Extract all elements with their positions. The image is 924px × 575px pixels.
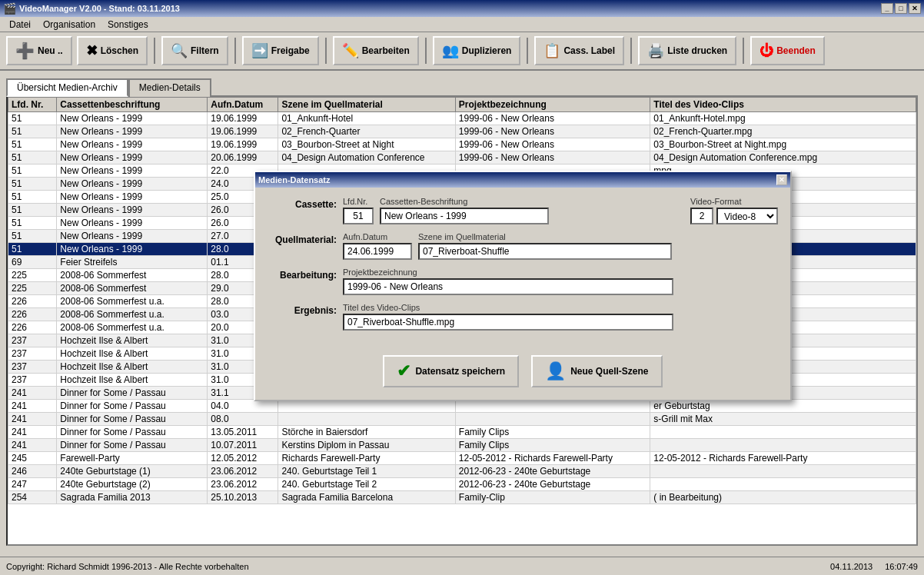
cass-label-icon: 📋 bbox=[543, 42, 560, 59]
quit-button[interactable]: ⏻ Beenden bbox=[750, 36, 825, 65]
toolbar-sep-3 bbox=[325, 38, 327, 64]
quit-icon: ⏻ bbox=[759, 43, 773, 59]
aufn-datum-input[interactable] bbox=[343, 243, 412, 260]
menu-organisation[interactable]: Organisation bbox=[37, 18, 101, 32]
print-button[interactable]: 🖨️ Liste drucken bbox=[638, 36, 736, 65]
lfd-nr-group: Lfd.Nr. bbox=[343, 197, 374, 224]
new-icon: ➕ bbox=[15, 42, 35, 60]
edit-icon: ✏️ bbox=[342, 42, 359, 59]
title-bar: 🎬 VideoManager V2.00 - Stand: 03.11.2013… bbox=[0, 0, 924, 17]
save-record-button[interactable]: ✔ Datensatz speichern bbox=[383, 355, 519, 387]
toolbar-sep-1 bbox=[154, 38, 155, 64]
app-title: VideoManager V2.00 - Stand: 03.11.2013 bbox=[19, 4, 180, 13]
dialog-title-bar: Medien-Datensatz ✕ bbox=[255, 172, 790, 188]
lfd-nr-input[interactable] bbox=[343, 208, 374, 224]
cassetten-group: Cassetten-Beschriftung bbox=[380, 197, 684, 224]
app-icon: 🎬 bbox=[3, 2, 16, 15]
title-bar-left: 🎬 VideoManager V2.00 - Stand: 03.11.2013 bbox=[3, 2, 180, 15]
menu-sonstiges[interactable]: Sonstiges bbox=[101, 18, 155, 32]
cassetten-input[interactable] bbox=[380, 208, 549, 224]
cassette-label: Cassette: bbox=[268, 197, 337, 210]
media-dialog: Medien-Datensatz ✕ Cassette: Lfd.Nr. Cas… bbox=[254, 171, 792, 401]
modal-overlay: Medien-Datensatz ✕ Cassette: Lfd.Nr. Cas… bbox=[0, 71, 924, 575]
cassette-row: Cassette: Lfd.Nr. Cassetten-Beschriftung… bbox=[268, 197, 778, 224]
filter-button[interactable]: 🔍 Filtern bbox=[161, 36, 228, 65]
toolbar-sep-6 bbox=[630, 38, 632, 64]
quellmaterial-fields: Aufn.Datum Szene im Quellmaterial bbox=[343, 232, 778, 260]
print-icon: 🖨️ bbox=[647, 42, 664, 59]
toolbar-sep-2 bbox=[234, 38, 236, 64]
filter-icon: 🔍 bbox=[171, 42, 188, 59]
szene-label: Szene im Quellmaterial bbox=[418, 232, 778, 241]
quellmaterial-label: Quellmaterial: bbox=[268, 232, 337, 245]
titel-input[interactable] bbox=[343, 314, 673, 331]
maximize-button[interactable]: □ bbox=[895, 3, 907, 14]
duplicate-button[interactable]: 👥 Duplizieren bbox=[433, 36, 521, 65]
video-format-label: Video-Format bbox=[690, 197, 778, 206]
aufn-datum-group: Aufn.Datum bbox=[343, 232, 412, 260]
video-format-num[interactable] bbox=[690, 208, 713, 224]
dialog-body: Cassette: Lfd.Nr. Cassetten-Beschriftung… bbox=[255, 188, 790, 347]
new-scene-button[interactable]: 👤 Neue Quell-Szene bbox=[531, 355, 662, 387]
projektbezeichnung-input[interactable] bbox=[343, 278, 673, 295]
ergebnis-row: Ergebnis: Titel des Video-Clips bbox=[268, 303, 778, 331]
new-scene-icon: 👤 bbox=[545, 361, 566, 381]
toolbar-sep-4 bbox=[425, 38, 427, 64]
ergebnis-fields: Titel des Video-Clips bbox=[343, 303, 778, 331]
new-button[interactable]: ➕ Neu .. bbox=[6, 36, 72, 65]
projektbezeichnung-group: Projektbezeichnung bbox=[343, 268, 778, 295]
szene-input[interactable] bbox=[418, 243, 672, 260]
titel-label: Titel des Video-Clips bbox=[343, 303, 778, 312]
bearbeitung-label: Bearbeitung: bbox=[268, 268, 337, 281]
duplicate-icon: 👥 bbox=[442, 42, 459, 59]
dialog-close-button[interactable]: ✕ bbox=[776, 174, 787, 185]
video-format-group: Video-Format Video-8 Hi8 MiniDV VHS bbox=[690, 197, 778, 224]
bearbeitung-row: Bearbeitung: Projektbezeichnung bbox=[268, 268, 778, 295]
close-button[interactable]: ✕ bbox=[909, 3, 921, 14]
title-bar-controls: _ □ ✕ bbox=[881, 3, 921, 14]
aufn-datum-label: Aufn.Datum bbox=[343, 232, 412, 241]
projektbezeichnung-label: Projektbezeichnung bbox=[343, 268, 778, 277]
toolbar-sep-7 bbox=[743, 38, 744, 64]
titel-group: Titel des Video-Clips bbox=[343, 303, 778, 331]
bearbeitung-fields: Projektbezeichnung bbox=[343, 268, 778, 295]
cass-label-button[interactable]: 📋 Cass. Label bbox=[534, 36, 624, 65]
szene-group: Szene im Quellmaterial bbox=[418, 232, 778, 260]
delete-icon: ✖ bbox=[86, 42, 98, 59]
menu-bar: Datei Organisation Sonstiges bbox=[0, 17, 924, 32]
video-format-select[interactable]: Video-8 Hi8 MiniDV VHS bbox=[716, 208, 778, 224]
save-icon: ✔ bbox=[397, 361, 410, 381]
release-icon: ➡️ bbox=[251, 42, 268, 59]
toolbar-sep-5 bbox=[527, 38, 528, 64]
dialog-title: Medien-Datensatz bbox=[258, 175, 331, 184]
quellmaterial-row: Quellmaterial: Aufn.Datum Szene im Quell… bbox=[268, 232, 778, 260]
delete-button[interactable]: ✖ Löschen bbox=[77, 36, 148, 65]
cassetten-label: Cassetten-Beschriftung bbox=[380, 197, 684, 206]
release-button[interactable]: ➡️ Freigabe bbox=[242, 36, 319, 65]
dialog-buttons: ✔ Datensatz speichern 👤 Neue Quell-Szene bbox=[255, 347, 790, 400]
toolbar: ➕ Neu .. ✖ Löschen 🔍 Filtern ➡️ Freigabe… bbox=[0, 32, 924, 71]
menu-datei[interactable]: Datei bbox=[3, 18, 37, 32]
lfd-nr-label: Lfd.Nr. bbox=[343, 197, 374, 206]
cassette-fields: Lfd.Nr. Cassetten-Beschriftung Video-For… bbox=[343, 197, 778, 224]
minimize-button[interactable]: _ bbox=[881, 3, 893, 14]
edit-button[interactable]: ✏️ Bearbeiten bbox=[333, 36, 419, 65]
ergebnis-label: Ergebnis: bbox=[268, 303, 337, 316]
